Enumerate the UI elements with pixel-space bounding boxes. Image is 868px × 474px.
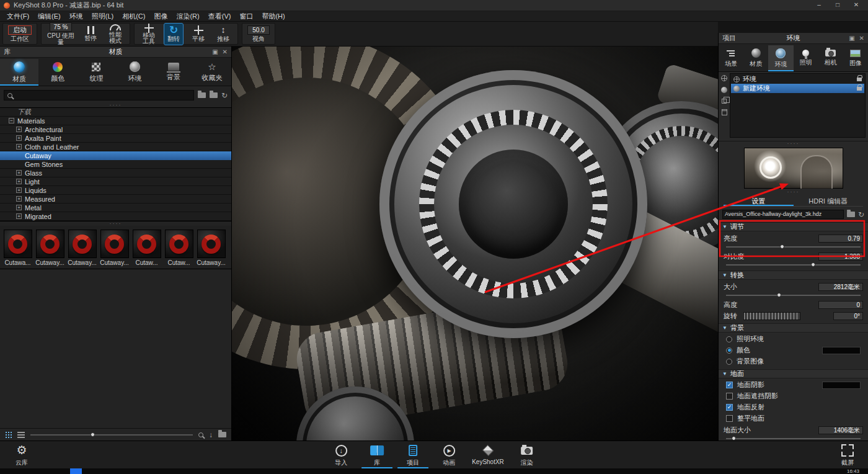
checkbox[interactable] (726, 393, 733, 400)
keyshotxr-button[interactable]: KeyShotXR (469, 442, 507, 468)
contrast-slider[interactable] (726, 262, 861, 267)
tab-textures[interactable]: 纹理 (77, 59, 115, 86)
expander-icon[interactable]: + (16, 135, 22, 141)
refresh-icon[interactable]: ↻ (221, 92, 228, 99)
rotation-value[interactable]: 0° (833, 312, 863, 320)
tree-item-cloth-leather[interactable]: + Cloth and Leather (0, 143, 231, 151)
checkbox[interactable] (726, 415, 733, 422)
lock-icon[interactable] (857, 78, 862, 81)
tree-item-measured[interactable]: + Measured (0, 195, 231, 203)
section-transform[interactable]: ▼ 转换 (719, 271, 868, 280)
tab-colors[interactable]: 颜色 (38, 59, 77, 86)
ground-shadows-option[interactable]: ✓ 地面阴影 (719, 380, 868, 390)
import-button[interactable]: ↓ 导入 (326, 442, 356, 468)
tree-item-cutaway[interactable]: Cutaway (0, 151, 231, 160)
menu-render[interactable]: 渲染(R) (172, 11, 203, 22)
start-button[interactable]: 启动 (8, 25, 32, 35)
checkbox-checked[interactable]: ✓ (726, 382, 733, 388)
expander-icon[interactable]: + (16, 127, 22, 132)
menu-environment[interactable]: 环境 (65, 11, 87, 22)
tab-camera[interactable]: 相机 (818, 45, 843, 71)
expander-icon[interactable]: + (16, 144, 22, 150)
checkbox-checked[interactable]: ✓ (726, 404, 733, 411)
move-tool-button[interactable]: 移动工具 (140, 24, 158, 45)
pause-button[interactable]: 暂停 (81, 24, 100, 45)
expander-icon[interactable]: + (16, 196, 22, 202)
tree-item-light[interactable]: + Light (0, 177, 231, 186)
tree-item-migrated[interactable]: + Migrated (0, 212, 231, 221)
expander-icon[interactable]: − (9, 118, 14, 123)
project-toggle-button[interactable]: 项目 (397, 442, 428, 468)
expander-icon[interactable]: + (16, 179, 22, 184)
material-thumbnail[interactable]: Cutawa... (2, 230, 33, 266)
list-view-icon[interactable] (17, 432, 25, 438)
add-folder-icon[interactable] (198, 92, 206, 98)
material-thumbnail[interactable]: Cutaway... (196, 230, 226, 266)
lock-icon[interactable] (857, 87, 862, 91)
screenshot-button[interactable]: 截屏 (832, 442, 863, 468)
menu-edit[interactable]: 编辑(E) (33, 11, 65, 22)
zoom-search-icon[interactable] (198, 432, 203, 437)
cpu-value[interactable]: 75 % (50, 22, 72, 32)
slider-knob[interactable] (777, 293, 781, 297)
expander-icon[interactable]: + (16, 205, 22, 210)
animation-button[interactable]: ▶ 动画 (433, 442, 464, 468)
tree-item-metal[interactable]: + Metal (0, 203, 231, 212)
search-box[interactable] (4, 90, 194, 101)
hdri-filename[interactable]: Aversis_Office-hallway-daylight_3k.hdz (722, 210, 844, 219)
library-toggle-button[interactable]: 库 (361, 442, 392, 468)
tumble-tool-button[interactable]: ↻ 翻转 (164, 24, 183, 45)
menu-window[interactable]: 窗口 (235, 11, 257, 22)
menu-image[interactable]: 图像 (149, 11, 172, 22)
splitter-handle[interactable]: ···· (719, 190, 868, 194)
delete-environment-icon[interactable] (722, 109, 727, 115)
material-thumbnail[interactable]: Cutaway... (99, 230, 130, 266)
slider-knob[interactable] (91, 432, 95, 437)
pan-tool-button[interactable]: 平移 (189, 24, 208, 45)
cpu-usage-control[interactable]: 75 % CPU 使用量 (46, 24, 75, 45)
section-ground[interactable]: ▼ 地面 (719, 369, 868, 378)
material-thumbnail[interactable]: Cutaw... (164, 230, 194, 266)
start-workspace-button[interactable]: 启动 工作区 (8, 24, 32, 45)
section-adjust[interactable]: ▼ 调节 (719, 222, 868, 231)
height-value[interactable]: 0 (818, 301, 863, 309)
refresh-icon[interactable]: ↻ (858, 212, 864, 218)
tree-item-glass[interactable]: + Glass (0, 169, 231, 177)
tab-environments[interactable]: 环境 (116, 59, 154, 86)
menu-view[interactable]: 查看(V) (204, 11, 236, 22)
flatten-ground-option[interactable]: 整平地面 (719, 414, 868, 423)
tree-item-axalta-paint[interactable]: + Axalta Paint (0, 134, 231, 143)
close-icon[interactable]: ✕ (223, 48, 228, 55)
rotation-dial[interactable] (743, 312, 800, 320)
tree-item-architectural[interactable]: + Architectural (0, 125, 231, 134)
size-value[interactable]: 2812毫米 (818, 283, 863, 291)
tab-image[interactable]: 图像 (843, 45, 868, 71)
maximize-button[interactable]: □ (830, 1, 846, 10)
dock-icon[interactable]: ▣ (212, 48, 218, 55)
environment-item[interactable]: 环境 (731, 74, 864, 84)
radio-button[interactable] (726, 336, 732, 342)
tab-materials[interactable]: 材质 (0, 59, 38, 86)
thumbnail-size-slider[interactable] (30, 432, 193, 437)
slider-knob[interactable] (780, 244, 784, 249)
grid-view-icon[interactable] (5, 431, 12, 438)
material-thumbnail[interactable]: Cutaway... (67, 230, 97, 266)
tab-favorites[interactable]: ☆ 收藏夹 (193, 59, 231, 86)
background-option-lighting[interactable]: 照明环境 (719, 334, 868, 344)
fov-control[interactable]: 50.0 视角 (247, 24, 270, 45)
splitter-handle[interactable]: ···· (0, 221, 231, 226)
cloud-library-button[interactable]: ⚙ 云库 (6, 442, 37, 468)
menu-lighting[interactable]: 照明(L) (87, 11, 118, 22)
ground-size-value[interactable]: 1406毫米 (818, 426, 863, 434)
material-thumbnail[interactable]: Cutaway... (35, 230, 65, 266)
expander-icon[interactable]: + (16, 170, 22, 176)
section-background[interactable]: ▼ 背景 (719, 323, 868, 333)
background-option-color[interactable]: 颜色 (719, 346, 868, 355)
slider-knob[interactable] (732, 436, 736, 440)
tab-backplates[interactable]: 背景 (154, 59, 193, 86)
tab-scene[interactable]: 场景 (719, 45, 743, 71)
radio-button[interactable] (726, 359, 732, 365)
tree-item-liquids[interactable]: + Liquids (0, 186, 231, 195)
dock-icon[interactable]: ▣ (849, 35, 854, 42)
tab-lighting[interactable]: 照明 (794, 45, 818, 71)
